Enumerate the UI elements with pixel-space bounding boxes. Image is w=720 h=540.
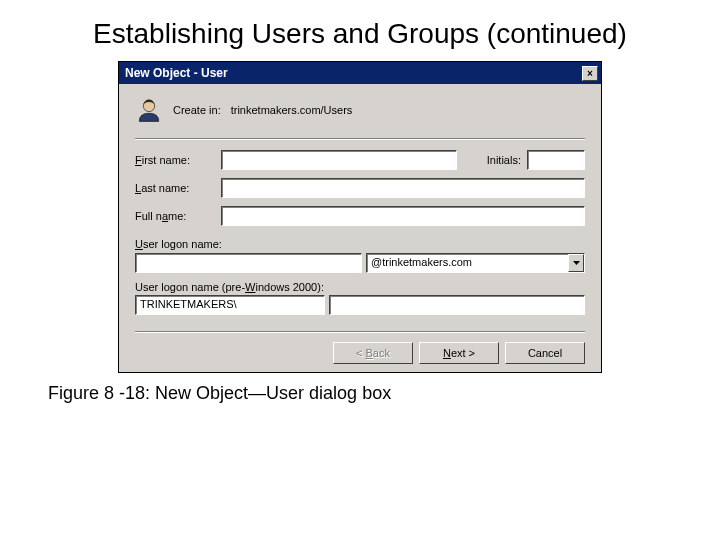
figure-caption: Figure 8 -18: New Object—User dialog box xyxy=(48,383,720,404)
row-full-name: Full name: xyxy=(135,206,585,226)
label-first-name: First name: xyxy=(135,154,221,166)
new-object-user-dialog: New Object - User × Create in: trinketma… xyxy=(118,61,602,373)
last-name-input[interactable] xyxy=(221,178,585,198)
slide-title: Establishing Users and Groups (continued… xyxy=(0,16,720,51)
cancel-button[interactable]: Cancel xyxy=(505,342,585,364)
create-in-path: trinketmakers.com/Users xyxy=(231,104,353,116)
pre2000-domain-readonly: TRINKETMAKERS\ xyxy=(135,295,325,315)
logon-name-input[interactable] xyxy=(135,253,362,273)
row-last-name: Last name: xyxy=(135,178,585,198)
user-head-icon xyxy=(135,96,163,124)
label-full-name: Full name: xyxy=(135,210,221,222)
first-name-input[interactable] xyxy=(221,150,457,170)
pre2000-name-input[interactable] xyxy=(329,295,585,315)
label-last-name: Last name: xyxy=(135,182,221,194)
create-in-row: Create in: trinketmakers.com/Users xyxy=(135,96,585,124)
row-logon-name: @trinketmakers.com xyxy=(135,253,585,273)
next-button[interactable]: Next > xyxy=(419,342,499,364)
titlebar-text: New Object - User xyxy=(125,66,582,80)
row-logon-pre2000: TRINKETMAKERS\ xyxy=(135,295,585,315)
full-name-input[interactable] xyxy=(221,206,585,226)
label-logon-name: User logon name: xyxy=(135,238,585,250)
upn-suffix-value: @trinketmakers.com xyxy=(367,254,568,272)
chevron-down-icon[interactable] xyxy=(568,254,584,272)
initials-input[interactable] xyxy=(527,150,585,170)
upn-suffix-dropdown[interactable]: @trinketmakers.com xyxy=(366,253,585,273)
label-initials: Initials: xyxy=(471,154,521,166)
dialog-body: Create in: trinketmakers.com/Users First… xyxy=(119,84,601,372)
titlebar: New Object - User × xyxy=(119,62,601,84)
button-bar: < Back Next > Cancel xyxy=(135,331,585,364)
create-in-label: Create in: xyxy=(173,104,221,116)
row-first-name: First name: Initials: xyxy=(135,150,585,170)
close-button[interactable]: × xyxy=(582,66,598,81)
label-logon-pre2000: User logon name (pre-Windows 2000): xyxy=(135,281,585,293)
divider-top xyxy=(135,138,585,140)
back-button[interactable]: < Back xyxy=(333,342,413,364)
